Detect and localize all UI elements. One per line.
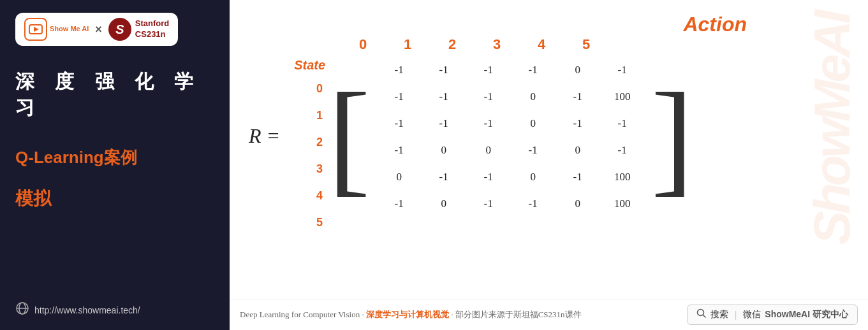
matrix-cell-4-4: -1 <box>555 171 600 183</box>
matrix-container: R = State 012345 012345 [ -1-1-1-10-1-1-… <box>249 36 693 236</box>
col-header-0: 0 <box>341 36 385 53</box>
matrix-row-5: -10-1-10100 <box>377 190 645 217</box>
matrix-cell-1-2: -1 <box>466 90 511 103</box>
state-num-5: 5 <box>316 209 325 236</box>
matrix-cell-0-2: -1 <box>466 64 511 76</box>
matrix-cell-4-5: 100 <box>600 171 645 183</box>
matrix-cell-5-3: -1 <box>511 197 555 210</box>
matrix-grid: -1-1-1-10-1-1-1-10-1100-1-1-10-1-1-100-1… <box>371 54 651 220</box>
title-chinese: 深 度 强 化 学 习 <box>15 69 214 121</box>
search-label: 搜索 <box>710 309 728 320</box>
matrix-cell-2-4: -1 <box>555 117 600 130</box>
footer-text: Deep Learning for Computer Vision · 深度学习… <box>240 309 582 320</box>
matrix-cell-5-0: -1 <box>377 197 422 210</box>
matrix-cell-2-0: -1 <box>377 117 422 130</box>
showmeai-icon <box>24 18 47 41</box>
matrix-cell-3-0: -1 <box>377 144 422 157</box>
r-equals-label: R = <box>249 124 280 148</box>
matrix-cell-3-3: -1 <box>511 144 555 157</box>
matrix-row-3: -100-10-1 <box>377 137 645 164</box>
state-num-4: 4 <box>316 182 325 209</box>
search-divider: | <box>735 310 737 320</box>
matrix-row-4: 0-1-10-1100 <box>377 164 645 190</box>
website-url[interactable]: http://www.showmeai.tech/ <box>34 305 140 315</box>
matrix-cell-4-3: 0 <box>511 171 555 183</box>
footer-text1: Deep Learning for Computer Vision <box>240 310 360 319</box>
matrix-cell-1-4: -1 <box>555 90 600 103</box>
matrix-cell-4-0: 0 <box>377 171 422 183</box>
matrix-cell-5-1: 0 <box>422 197 466 210</box>
matrix-cell-2-2: -1 <box>466 117 511 130</box>
subtitle-simulation: 模拟 <box>15 187 214 211</box>
col-header-3: 3 <box>474 36 519 53</box>
matrix-cell-3-1: 0 <box>422 144 466 157</box>
stanford-logo: S Stanford CS231n <box>108 18 169 41</box>
matrix-cell-5-5: 100 <box>600 197 645 210</box>
matrix-cell-5-4: 0 <box>555 197 600 210</box>
showmeai-text: Show Me AI <box>50 25 89 33</box>
wechat-label: 微信 <box>743 309 761 320</box>
state-num-3: 3 <box>316 155 325 182</box>
matrix-cell-2-5: -1 <box>600 117 645 130</box>
globe-icon <box>15 301 29 319</box>
action-label: Action <box>683 13 747 36</box>
matrix-cell-0-5: -1 <box>600 64 645 76</box>
footer-text2: 深度学习与计算机视觉 <box>366 310 449 319</box>
stanford-s-icon: S <box>108 18 131 41</box>
matrix-cell-1-0: -1 <box>377 90 422 103</box>
matrix-row-0: -1-1-1-10-1 <box>377 57 645 83</box>
left-bracket: [ <box>328 54 371 220</box>
matrix-cell-5-2: -1 <box>466 197 511 210</box>
col-header-4: 4 <box>519 36 564 53</box>
svg-line-6 <box>703 315 705 318</box>
stanford-text: Stanford CS231n <box>135 18 169 40</box>
matrix-cell-0-0: -1 <box>377 64 422 76</box>
matrix-cell-2-1: -1 <box>422 117 466 130</box>
state-label-col: State 012345 <box>294 58 325 236</box>
matrix-bracket-wrap: [ -1-1-1-10-1-1-1-10-1100-1-1-10-1-1-100… <box>328 54 693 220</box>
cross-symbol: × <box>95 23 102 36</box>
footer-text3: 部分图片来源于斯坦福CS231n课件 <box>455 310 582 319</box>
matrix-cell-3-4: 0 <box>555 144 600 157</box>
main-content: ShowMeAI Action R = State 012345 012345 … <box>230 0 868 330</box>
matrix-cell-3-5: -1 <box>600 144 645 157</box>
matrix-row-1: -1-1-10-1100 <box>377 83 645 110</box>
matrix-cell-4-2: -1 <box>466 171 511 183</box>
subtitle-qlearning: Q-Learning案例 <box>15 147 214 169</box>
showmeai-logo: Show Me AI <box>24 18 89 41</box>
matrix-inner: 012345 [ -1-1-1-10-1-1-1-10-1100-1-1-10-… <box>328 36 693 220</box>
website-area: http://www.showmeai.tech/ <box>15 301 140 319</box>
right-bracket: ] <box>651 54 694 220</box>
state-header: State <box>294 58 325 73</box>
matrix-section: Action R = State 012345 012345 [ <box>249 13 849 324</box>
footer-sep1: · <box>362 310 364 319</box>
sidebar: Show Me AI × S Stanford CS231n 深 度 强 化 学… <box>0 0 230 330</box>
col-header-5: 5 <box>564 36 608 53</box>
logo-area: Show Me AI × S Stanford CS231n <box>15 13 178 46</box>
state-num-1: 1 <box>316 102 325 129</box>
matrix-cell-4-1: -1 <box>422 171 466 183</box>
matrix-cell-1-1: -1 <box>422 90 466 103</box>
state-numbers: 012345 <box>316 75 325 236</box>
matrix-cell-1-5: 100 <box>600 90 645 103</box>
matrix-cell-0-3: -1 <box>511 64 555 76</box>
svg-marker-1 <box>34 27 39 32</box>
col-header-2: 2 <box>430 36 474 53</box>
matrix-cell-3-2: 0 <box>466 144 511 157</box>
footer-sep2: · <box>451 310 453 319</box>
search-icon <box>696 308 707 321</box>
footer: Deep Learning for Computer Vision · 深度学习… <box>230 299 868 330</box>
col-headers: 012345 <box>341 36 693 53</box>
matrix-cell-0-4: 0 <box>555 64 600 76</box>
search-box[interactable]: 搜索 | 微信 ShowMeAI 研究中心 <box>687 305 858 325</box>
state-num-2: 2 <box>316 129 325 155</box>
matrix-cell-0-1: -1 <box>422 64 466 76</box>
matrix-cell-1-3: 0 <box>511 90 555 103</box>
brand-label: ShowMeAI 研究中心 <box>765 309 848 320</box>
matrix-row-2: -1-1-10-1-1 <box>377 110 645 137</box>
matrix-cell-2-3: 0 <box>511 117 555 130</box>
col-header-1: 1 <box>385 36 430 53</box>
matrix-wrapper: State 012345 012345 [ -1-1-1-10-1-1-1-10… <box>294 36 693 236</box>
state-num-0: 0 <box>316 75 325 102</box>
